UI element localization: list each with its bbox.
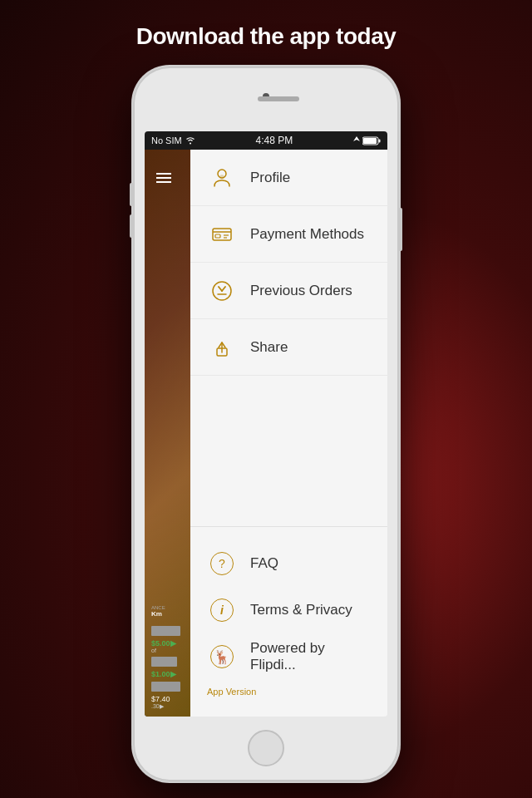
svg-line-12 xyxy=(219,287,222,291)
main-menu-panel: Profile xyxy=(190,150,387,717)
faq-icon: ? xyxy=(210,552,234,575)
status-left: No SIM xyxy=(151,135,195,145)
flipdi-icon: 🦌 xyxy=(210,645,234,668)
carrier-label: No SIM xyxy=(151,135,182,145)
menu-item-orders[interactable]: Previous Orders xyxy=(190,263,387,319)
price-3: $7.40 xyxy=(151,695,184,703)
status-right xyxy=(353,136,381,145)
distance-value: Km xyxy=(151,610,184,618)
payment-icon-container xyxy=(207,219,237,249)
svg-point-5 xyxy=(220,175,224,179)
price-2: $1.00▶ xyxy=(151,670,184,678)
orders-icon-container xyxy=(207,276,237,306)
terms-icon-container: i xyxy=(207,595,237,625)
menu-items-bottom: ? FAQ i Terms & Privacy xyxy=(190,527,387,717)
menu-item-share[interactable]: Share xyxy=(190,319,387,376)
app-content: ANCE Km $5.00▶ of $1.00▶ $7.40 .30▶ xyxy=(145,150,387,717)
payment-icon xyxy=(210,223,234,246)
status-time: 4:48 PM xyxy=(255,135,293,146)
menu-item-terms[interactable]: i Terms & Privacy xyxy=(190,587,387,633)
svg-rect-2 xyxy=(363,138,377,144)
orders-label: Previous Orders xyxy=(250,283,352,299)
menu-items-top: Profile xyxy=(190,150,387,527)
faq-icon-container: ? xyxy=(207,549,237,579)
phone-shell: No SIM 4:48 PM xyxy=(133,66,399,781)
sidebar-bar-1 xyxy=(151,626,180,636)
profile-label: Profile xyxy=(250,170,290,186)
page-title: Download the app today xyxy=(120,0,413,66)
phone-speaker xyxy=(258,96,299,101)
wifi-icon xyxy=(185,136,195,145)
location-icon xyxy=(353,136,360,145)
terms-icon: i xyxy=(210,598,234,622)
sidebar-bar-3 xyxy=(151,682,180,692)
menu-item-payment[interactable]: Payment Methods xyxy=(190,206,387,263)
terms-label: Terms & Privacy xyxy=(250,602,352,618)
svg-rect-8 xyxy=(215,234,220,238)
orders-icon xyxy=(210,279,234,303)
menu-item-faq[interactable]: ? FAQ xyxy=(190,540,387,587)
app-version-label: App Version xyxy=(207,687,256,697)
phone-screen: No SIM 4:48 PM xyxy=(145,131,387,717)
profile-icon-container xyxy=(207,163,237,193)
svg-line-13 xyxy=(222,287,225,291)
app-version: App Version xyxy=(190,680,387,703)
sidebar-bar-2 xyxy=(151,657,177,667)
payment-label: Payment Methods xyxy=(250,226,364,243)
price-label-1: of xyxy=(151,648,184,653)
price-sub: .30▶ xyxy=(151,703,184,710)
share-icon-container xyxy=(207,332,237,362)
svg-rect-3 xyxy=(378,139,380,142)
hamburger-button[interactable] xyxy=(156,173,171,183)
price-1: $5.00▶ xyxy=(151,639,184,648)
powered-label: Powered by Flipdi... xyxy=(250,640,371,673)
menu-item-profile[interactable]: Profile xyxy=(190,150,387,206)
battery-icon xyxy=(362,136,381,145)
volume-down-button xyxy=(130,214,133,238)
phone-home-button[interactable] xyxy=(248,730,284,766)
share-icon xyxy=(210,336,234,359)
sidebar-bottom-items: ANCE Km $5.00▶ of $1.00▶ $7.40 .30▶ xyxy=(145,598,190,717)
menu-item-powered[interactable]: 🦌 Powered by Flipdi... xyxy=(190,633,387,680)
faq-label: FAQ xyxy=(250,555,278,572)
volume-up-button xyxy=(130,183,133,206)
left-sidebar: ANCE Km $5.00▶ of $1.00▶ $7.40 .30▶ xyxy=(145,150,190,717)
power-button xyxy=(399,208,402,251)
status-bar: No SIM 4:48 PM xyxy=(145,131,387,150)
share-label: Share xyxy=(250,339,288,356)
flipdi-icon-container: 🦌 xyxy=(207,642,237,672)
profile-icon xyxy=(210,166,234,190)
svg-marker-0 xyxy=(353,136,360,141)
phone-mockup: No SIM 4:48 PM xyxy=(133,66,399,781)
